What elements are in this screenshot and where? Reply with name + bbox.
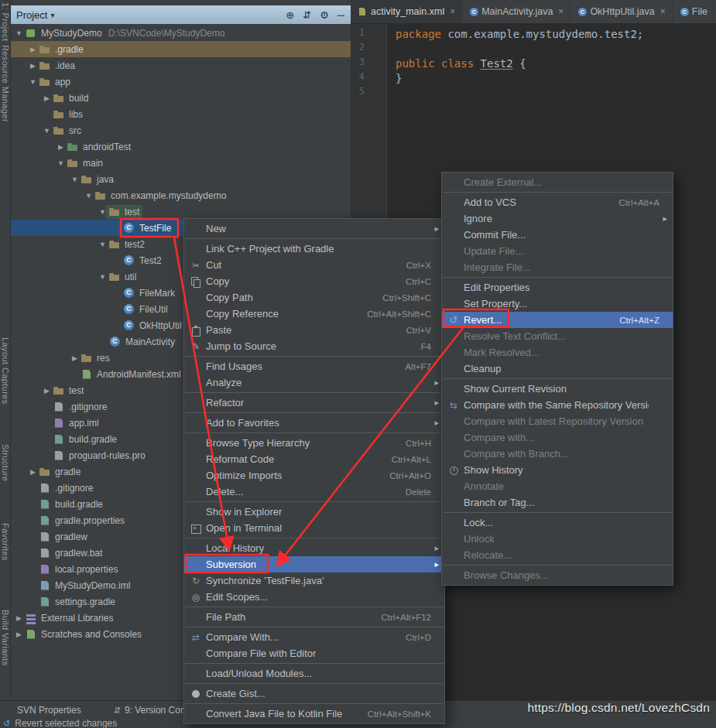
menu-item-show-in-explorer[interactable]: Show in Explorer (184, 504, 444, 520)
tree-toggle-icon[interactable]: ▶ (13, 614, 25, 622)
menu-item-subversion[interactable]: Subversion▸ (184, 556, 444, 572)
menu-item-edit-scopes[interactable]: ◎Edit Scopes... (184, 589, 444, 605)
tree-toggle-icon[interactable]: ▶ (41, 387, 53, 395)
close-tab-icon[interactable]: × (558, 6, 564, 17)
tree-toggle-icon[interactable]: ▼ (97, 273, 108, 281)
close-tab-icon[interactable]: × (450, 6, 455, 17)
menu-item-copy-reference[interactable]: Copy ReferenceCtrl+Alt+Shift+C (184, 306, 444, 322)
tree-toggle-icon[interactable]: ▶ (27, 62, 39, 70)
tree-toggle-icon[interactable]: ▶ (55, 143, 67, 151)
menu-item-edit-properties[interactable]: Edit Properties (442, 279, 673, 296)
menu-item-copy[interactable]: CopyCtrl+C (184, 273, 444, 289)
tree-item-app[interactable]: ▼app (10, 73, 351, 90)
menu-item-unlock[interactable]: Unlock (442, 531, 673, 547)
target-icon[interactable]: ⊕ (286, 10, 294, 20)
menu-item-annotate[interactable]: Annotate (442, 478, 673, 494)
tree-item-androidtest[interactable]: ▶androidTest (10, 138, 351, 155)
tree-toggle-icon[interactable]: ▼ (55, 159, 67, 167)
tree-item-test[interactable]: ▼test (10, 203, 351, 220)
tool-window-button-build-variants[interactable]: Build Variants (0, 610, 10, 666)
menu-item-relocate[interactable]: Relocate... (442, 547, 673, 563)
menu-item-commit-file[interactable]: Commit File... (442, 227, 673, 243)
menu-item-compare-with-the-same-repository-version[interactable]: ⇆Compare with the Same Repository Versio… (442, 397, 673, 413)
menu-item-optimize-imports[interactable]: Optimize ImportsCtrl+Alt+O (184, 467, 444, 484)
tree-item-com-example-mystudydemo[interactable]: ▼com.example.mystudydemo (10, 187, 351, 203)
menu-item-browse-changes[interactable]: Browse Changes... (442, 567, 673, 583)
tree-item-mystudydemo[interactable]: ▼MyStudyDemoD:\SVNCode\MyStudyDemo (10, 25, 351, 41)
menu-item-convert-java-file-to-kotlin-file[interactable]: Convert Java File to Kotlin FileCtrl+Alt… (184, 706, 444, 722)
tool-window-button-structure[interactable]: Structure (0, 444, 10, 481)
menu-item-link-c-project-with-gradle[interactable]: Link C++ Project with Gradle (184, 241, 444, 257)
tree-toggle-icon[interactable]: ▶ (27, 468, 39, 476)
collapse-icon[interactable]: ⇵ (303, 10, 311, 20)
menu-item-integrate-file[interactable]: Integrate File... (442, 259, 673, 275)
menu-item-find-usages[interactable]: Find UsagesAlt+F7 (184, 358, 444, 374)
editor-tab-activity-main-xml[interactable]: activity_main.xml× (351, 0, 462, 23)
menu-item-ignore[interactable]: Ignore▸ (442, 210, 673, 227)
menu-item-lock[interactable]: Lock... (442, 514, 673, 531)
menu-item-resolve-text-conflict[interactable]: Resolve Text Conflict... (442, 328, 673, 344)
close-tab-icon[interactable]: × (660, 6, 666, 17)
tree-item-src[interactable]: ▼src (10, 122, 351, 138)
menu-item-cut[interactable]: ✂CutCtrl+X (184, 257, 444, 273)
tree-toggle-icon[interactable]: ▼ (83, 192, 94, 200)
tool-window-button-favorites[interactable]: Favorites (0, 523, 10, 561)
tree-item-gradle[interactable]: ▶.gradle (10, 41, 351, 57)
tool-window-button-layout-captures[interactable]: Layout Captures (0, 337, 10, 405)
menu-item-local-history[interactable]: Local History▸ (184, 540, 444, 556)
tree-item-libs[interactable]: libs (10, 106, 351, 122)
menu-item-set-property[interactable]: Set Property... (442, 296, 673, 312)
tree-toggle-icon[interactable]: ▼ (13, 29, 25, 37)
menu-item-branch-or-tag[interactable]: Branch or Tag... (442, 494, 673, 511)
menu-item-compare-with[interactable]: ⇄Compare With...Ctrl+D (184, 629, 444, 645)
menu-item-add-to-vcs[interactable]: Add to VCSCtrl+Alt+A (442, 194, 673, 210)
menu-item-create-gist[interactable]: Create Gist... (184, 685, 444, 702)
tree-toggle-icon[interactable]: ▼ (69, 176, 81, 183)
tool-window-button-resource-manager[interactable]: Resource Manager (0, 45, 10, 122)
svn-properties-button[interactable]: SVN Properties (17, 705, 81, 716)
project-panel-header[interactable]: Project ▾ ⊕⇵⚙─ (10, 5, 351, 24)
menu-item-compare-file-with-editor[interactable]: Compare File with Editor (184, 645, 444, 661)
tree-toggle-icon[interactable]: ▼ (41, 127, 53, 135)
menu-item-analyze[interactable]: Analyze▸ (184, 374, 444, 391)
tree-toggle-icon[interactable]: ▼ (27, 78, 39, 86)
menu-item-paste[interactable]: PasteCtrl+V (184, 322, 444, 338)
menu-item-cleanup[interactable]: Cleanup (442, 361, 673, 377)
menu-item-compare-with[interactable]: Compare with... (442, 429, 673, 446)
menu-item-jump-to-source[interactable]: ✎Jump to SourceF4 (184, 338, 444, 354)
tree-item-build[interactable]: ▶build (10, 90, 351, 106)
menu-item-show-history[interactable]: Show History (442, 462, 673, 478)
minimize-icon[interactable]: ─ (337, 10, 344, 20)
gear-icon[interactable]: ⚙ (320, 10, 329, 20)
tree-toggle-icon[interactable]: ▶ (13, 631, 25, 638)
tree-toggle-icon[interactable]: ▶ (69, 354, 81, 362)
editor-tab-file[interactable]: CFile (673, 0, 714, 23)
menu-item-refactor[interactable]: Refactor▸ (184, 395, 444, 411)
tree-toggle-icon[interactable]: ▶ (41, 94, 53, 102)
tree-toggle-icon[interactable]: ▼ (97, 241, 108, 248)
menu-item-create-external[interactable]: Create External... (442, 174, 673, 190)
chevron-down-icon[interactable]: ▾ (50, 11, 54, 19)
menu-item-mark-resolved[interactable]: Mark Resolved... (442, 344, 673, 361)
menu-item-revert[interactable]: ↺Revert...Ctrl+Alt+Z (442, 312, 673, 328)
menu-item-file-path[interactable]: File PathCtrl+Alt+F12 (184, 609, 444, 625)
menu-item-copy-path[interactable]: Copy PathCtrl+Shift+C (184, 289, 444, 306)
menu-item-synchronize-testfile-java[interactable]: ↻Synchronize 'TestFile.java' (184, 572, 444, 589)
tree-item-main[interactable]: ▼main (10, 155, 351, 171)
menu-item-compare-with-branch[interactable]: Compare with Branch... (442, 446, 673, 462)
tree-toggle-icon[interactable]: ▶ (27, 46, 39, 53)
menu-item-show-current-revision[interactable]: Show Current Revision (442, 381, 673, 397)
menu-item-load-unload-modules[interactable]: Load/Unload Modules... (184, 665, 444, 682)
menu-item-update-file[interactable]: Update File... (442, 243, 673, 259)
menu-item-browse-type-hierarchy[interactable]: Browse Type HierarchyCtrl+H (184, 435, 444, 451)
tree-item-java[interactable]: ▼java (10, 171, 351, 187)
editor-tab-okhttputil-java[interactable]: COkHttpUtil.java× (570, 0, 672, 23)
menu-item-open-in-terminal[interactable]: Open in Terminal (184, 520, 444, 536)
tree-item-idea[interactable]: ▶.idea (10, 57, 351, 73)
menu-item-compare-with-latest-repository-version[interactable]: Compare with Latest Repository Version (442, 413, 673, 429)
tool-window-button-1-project[interactable]: 1: Project (0, 2, 10, 41)
menu-item-new[interactable]: New▸ (184, 220, 444, 237)
menu-item-reformat-code[interactable]: Reformat CodeCtrl+Alt+L (184, 451, 444, 467)
editor-tab-mainactivity-java[interactable]: CMainActivity.java× (462, 0, 570, 23)
menu-item-delete[interactable]: Delete...Delete (184, 484, 444, 500)
